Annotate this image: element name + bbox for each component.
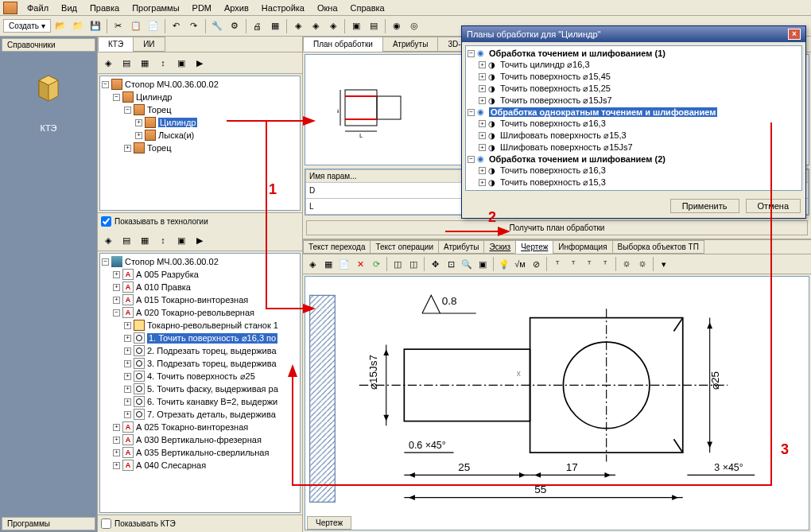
apply-button[interactable]: Применить — [670, 199, 739, 213]
expand-icon[interactable]: + — [124, 145, 131, 152]
tool-icon[interactable]: ▦ — [321, 257, 336, 271]
tool-icon[interactable]: ↕ — [155, 55, 171, 71]
tool-icon[interactable]: ▣ — [173, 232, 189, 248]
sidebar-tab-programs[interactable]: Программы — [2, 517, 95, 530]
tree-node[interactable]: Цилиндр — [136, 92, 172, 102]
get-plan-button[interactable]: Получить план обработки — [306, 220, 808, 235]
cube-icon — [134, 142, 145, 153]
menu-help[interactable]: Справка — [344, 2, 391, 14]
zoom-icon[interactable]: 🔍 — [460, 257, 474, 271]
open-icon[interactable]: 📂 — [52, 18, 68, 34]
tool-icon[interactable]: 🔧 — [209, 18, 225, 34]
tool-icon[interactable]: √м — [513, 257, 527, 271]
tree-node[interactable]: Лыска(и) — [158, 130, 194, 140]
tool-icon[interactable]: ▣ — [348, 18, 364, 34]
sidebar-tab-refs[interactable]: Справочники — [2, 38, 95, 52]
tool-icon[interactable]: ◈ — [308, 18, 324, 34]
menu-pdm[interactable]: PDM — [186, 2, 218, 14]
menu-view[interactable]: Вид — [55, 2, 83, 14]
tool-icon[interactable]: ◉ — [389, 18, 405, 34]
tool-icon[interactable]: ⛭ — [635, 257, 650, 271]
tree-node-selected[interactable]: Цилиндр — [158, 118, 197, 127]
redo-icon[interactable]: ↷ — [186, 18, 202, 34]
menu-archive[interactable]: Архив — [218, 2, 255, 14]
fit-icon[interactable]: ▣ — [475, 257, 490, 271]
tree-root[interactable]: Стопор МЧ.00.36.00.02 — [125, 80, 219, 89]
tab-attr[interactable]: Атрибуты — [382, 37, 438, 52]
tree-node[interactable]: Торец — [147, 143, 172, 153]
delete-icon[interactable]: ✕ — [353, 257, 367, 271]
tool-icon[interactable]: ᵀ — [598, 257, 612, 271]
expand-icon[interactable]: + — [135, 132, 142, 139]
tool-icon[interactable]: ⚙ — [227, 18, 243, 34]
lr-tab[interactable]: Чертеж — [515, 240, 553, 254]
tool-icon[interactable]: ▤ — [118, 232, 134, 248]
expand-icon[interactable]: + — [135, 119, 142, 126]
menu-edit[interactable]: Правка — [83, 2, 126, 14]
collapse-icon[interactable]: − — [102, 81, 109, 88]
tool-icon[interactable]: ◈ — [100, 55, 116, 71]
move-icon[interactable]: ✥ — [428, 257, 442, 271]
show-tech-checkbox[interactable] — [101, 216, 111, 227]
menu-settings[interactable]: Настройка — [255, 2, 311, 14]
lr-tab[interactable]: Информация — [553, 240, 612, 254]
menu-file[interactable]: Файл — [21, 2, 55, 14]
tool-icon[interactable]: ▶ — [192, 55, 208, 71]
menu-windows[interactable]: Окна — [311, 2, 344, 14]
lower-tree[interactable]: −Стопор МЧ.00.36.00.02+AА 005 Разрубка+A… — [99, 253, 301, 513]
copy-icon[interactable]: 📋 — [128, 18, 144, 34]
tool-icon[interactable]: ▦ — [267, 18, 283, 34]
create-dropdown[interactable]: Создать ▾ — [3, 19, 51, 33]
undo-icon[interactable]: ↶ — [169, 18, 184, 34]
menu-programs[interactable]: Программы — [126, 2, 185, 14]
tool-icon[interactable]: 📄 — [337, 257, 351, 271]
lr-tab[interactable]: Текст перехода — [303, 240, 371, 254]
tab-plan[interactable]: План обработки — [303, 37, 383, 52]
lr-tab[interactable]: Текст операции — [370, 240, 439, 254]
folder-icon[interactable]: 📁 — [70, 18, 86, 34]
popup-tree[interactable]: −◉Обработка точением и шлифованием (1)+◑… — [465, 45, 802, 191]
lr-tab[interactable]: Атрибуты — [438, 240, 484, 254]
tool-icon[interactable]: ▶ — [192, 232, 208, 248]
tab-ii[interactable]: ИИ — [133, 37, 165, 52]
collapse-icon[interactable]: − — [124, 107, 131, 114]
tool-icon[interactable]: ᵀ — [550, 257, 565, 271]
tool-icon[interactable]: ▤ — [366, 18, 382, 34]
tree-node[interactable]: Торец — [147, 105, 172, 115]
chevron-down-icon[interactable]: ▾ — [657, 257, 671, 271]
tool-icon[interactable]: ◈ — [290, 18, 306, 34]
tool-icon[interactable]: ▦ — [137, 55, 153, 71]
kte-cube-icon[interactable] — [29, 69, 68, 107]
tool-icon[interactable]: ◈ — [325, 18, 341, 34]
main-drawing[interactable]: 0.8 ⌀15Js7 ⌀25 25 17 — [305, 276, 809, 530]
paste-icon[interactable]: 📄 — [146, 18, 161, 34]
tool-icon[interactable]: ᵀ — [566, 257, 580, 271]
print-icon[interactable]: 🖨 — [250, 18, 266, 34]
collapse-icon[interactable]: − — [113, 94, 120, 101]
cut-icon[interactable]: ✂ — [111, 18, 126, 34]
refresh-icon[interactable]: ⟳ — [369, 257, 383, 271]
tool-icon[interactable]: ◈ — [100, 232, 116, 248]
tool-icon[interactable]: ▤ — [118, 55, 134, 71]
tool-icon[interactable]: ⊘ — [529, 257, 543, 271]
tool-icon[interactable]: ◎ — [406, 18, 422, 34]
drawing-bottom-tab[interactable]: Чертеж — [307, 516, 351, 530]
cancel-button[interactable]: Отмена — [746, 199, 801, 213]
tab-kte[interactable]: КТЭ — [98, 37, 134, 52]
show-kte-checkbox[interactable] — [101, 518, 111, 529]
zoom-window-icon[interactable]: ⊡ — [444, 257, 458, 271]
bulb-icon[interactable]: 💡 — [497, 257, 511, 271]
lr-tab[interactable]: Выборка объектов ТП — [612, 240, 704, 254]
save-icon[interactable]: 💾 — [87, 18, 103, 34]
tool-icon[interactable]: ▦ — [137, 232, 153, 248]
close-icon[interactable]: × — [788, 29, 801, 40]
tool-icon[interactable]: ◫ — [390, 257, 405, 271]
tool-icon[interactable]: ◫ — [406, 257, 421, 271]
tool-icon[interactable]: ↕ — [155, 232, 171, 248]
show-tech-label: Показывать в технологии — [114, 217, 208, 226]
tool-icon[interactable]: ▣ — [173, 55, 189, 71]
tool-icon[interactable]: ᵀ — [582, 257, 596, 271]
tool-icon[interactable]: ◈ — [305, 257, 320, 271]
lr-tab[interactable]: Эскиз — [483, 240, 516, 254]
tool-icon[interactable]: ⛭ — [619, 257, 634, 271]
